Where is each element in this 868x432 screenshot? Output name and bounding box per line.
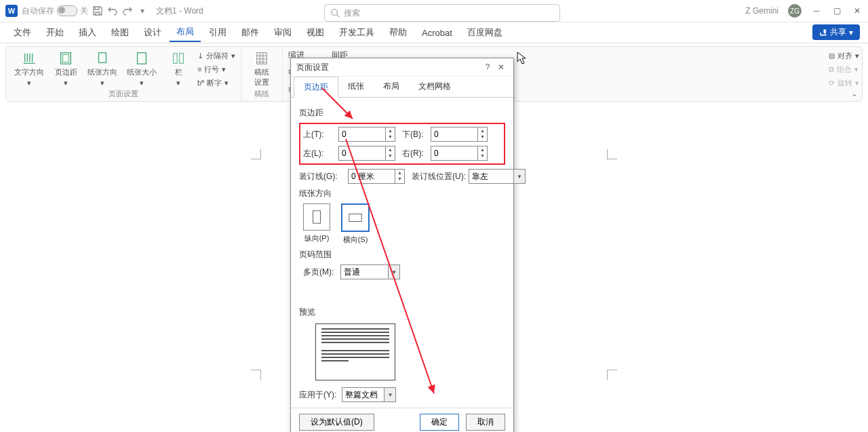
spinner-up-icon[interactable]: ▲ — [386, 146, 395, 153]
multi-pages-field[interactable] — [341, 265, 388, 279]
set-default-button[interactable]: 设为默认值(D) — [299, 414, 374, 431]
spinner-down-icon[interactable]: ▼ — [386, 134, 395, 140]
autosave-toggle[interactable]: 自动保存 关 — [22, 5, 88, 17]
chevron-down-icon: ▾ — [140, 79, 144, 87]
spinner-down-icon[interactable]: ▼ — [478, 134, 487, 140]
user-name[interactable]: Z Gemini — [745, 6, 778, 16]
tab-developer[interactable]: 开发工具 — [332, 24, 381, 41]
size-button[interactable]: 纸张大小▾ — [124, 50, 159, 89]
chevron-down-icon[interactable]: ▼ — [388, 265, 399, 279]
margin-top-field[interactable] — [339, 127, 385, 141]
cancel-button[interactable]: 取消 — [466, 414, 505, 431]
line-numbers-icon: ≡ — [197, 65, 201, 73]
dialog-tab-paper[interactable]: 纸张 — [338, 77, 374, 97]
margin-top-label: 上(T): — [303, 129, 338, 140]
line-numbers-button[interactable]: ≡行号▾ — [197, 63, 235, 75]
spinner-up-icon[interactable]: ▲ — [386, 127, 395, 134]
margins-button[interactable]: 页边距▾ — [51, 50, 81, 89]
tab-review[interactable]: 审阅 — [267, 24, 298, 41]
dialog-tab-grid[interactable]: 文档网格 — [409, 77, 460, 97]
page-corner-icon — [607, 149, 617, 159]
margin-left-input[interactable]: ▲▼ — [338, 146, 395, 161]
dialog-title-bar[interactable]: 页面设置 ? ✕ — [291, 58, 513, 77]
tab-home[interactable]: 开始 — [39, 24, 71, 41]
chevron-down-icon[interactable]: ▼ — [384, 388, 395, 401]
spinner-down-icon[interactable]: ▼ — [478, 153, 487, 159]
undo-icon[interactable] — [107, 5, 118, 16]
chevron-down-icon[interactable]: ▼ — [513, 170, 525, 183]
portrait-label: 纵向(P) — [304, 233, 330, 243]
margin-left-field[interactable] — [339, 146, 385, 160]
margin-right-field[interactable] — [431, 146, 477, 160]
tab-layout[interactable]: 布局 — [170, 23, 201, 42]
help-icon[interactable]: ? — [481, 62, 494, 72]
dialog-tab-margins[interactable]: 页边距 — [294, 77, 338, 98]
close-icon[interactable]: ✕ — [494, 62, 508, 72]
margin-bottom-input[interactable]: ▲▼ — [431, 127, 488, 142]
share-icon — [819, 28, 827, 37]
ok-button[interactable]: 确定 — [420, 414, 459, 431]
search-input[interactable]: 搜索 — [324, 4, 560, 22]
close-icon[interactable]: ✕ — [852, 5, 863, 16]
tab-design[interactable]: 设计 — [137, 24, 168, 41]
page-corner-icon — [251, 149, 261, 159]
spinner-down-icon[interactable]: ▼ — [395, 176, 404, 182]
qat-customize-icon[interactable]: ▾ — [137, 5, 148, 16]
collapse-ribbon-icon[interactable]: ⌄ — [851, 89, 858, 98]
tab-mailings[interactable]: 邮件 — [235, 24, 266, 41]
tab-acrobat[interactable]: Acrobat — [415, 25, 459, 41]
chevron-down-icon: ▾ — [64, 79, 68, 87]
group-button[interactable]: ⧉组合▾ — [829, 63, 859, 75]
margin-bottom-field[interactable] — [431, 127, 477, 141]
hyphenation-label: 断字 — [207, 78, 222, 88]
manuscript-settings-button[interactable]: 稿纸 设置 — [247, 50, 277, 89]
share-button[interactable]: 共享 ▾ — [812, 24, 860, 40]
spinner-up-icon[interactable]: ▲ — [395, 170, 404, 176]
apply-to-combo[interactable]: ▼ — [342, 387, 396, 402]
chevron-down-icon: ▾ — [849, 28, 853, 37]
landscape-option[interactable]: 横向(S) — [341, 203, 370, 245]
orientation-button[interactable]: 纸张方向▾ — [85, 50, 120, 89]
minimize-icon[interactable]: ─ — [811, 5, 822, 16]
margin-top-input[interactable]: ▲▼ — [338, 127, 395, 142]
page-setup-group-label: 页面设置 — [108, 89, 138, 99]
align-button[interactable]: ⊟对齐▾ — [829, 50, 859, 62]
tab-insert[interactable]: 插入 — [72, 24, 103, 41]
apply-to-field[interactable] — [342, 388, 384, 401]
breaks-button[interactable]: ⤓分隔符▾ — [197, 50, 235, 62]
size-label: 纸张大小 — [127, 67, 157, 77]
text-direction-button[interactable]: 文字方向▾ — [12, 50, 47, 89]
tab-references[interactable]: 引用 — [202, 24, 233, 41]
gutter-pos-field[interactable] — [469, 170, 513, 183]
spinner-up-icon[interactable]: ▲ — [478, 127, 487, 134]
line-numbers-label: 行号 — [204, 64, 219, 75]
portrait-option[interactable]: 纵向(P) — [303, 203, 330, 245]
gutter-field[interactable] — [349, 170, 395, 183]
chevron-down-icon: ▾ — [224, 79, 229, 87]
hyphenation-button[interactable]: bª断字▾ — [197, 77, 235, 89]
rotate-button[interactable]: ⟳旋转▾ — [829, 77, 859, 89]
spinner-up-icon[interactable]: ▲ — [478, 146, 487, 153]
dialog-tab-layout[interactable]: 布局 — [374, 77, 409, 97]
page-setup-dialog: 页面设置 ? ✕ 页边距 纸张 布局 文档网格 页边距 上(T): ▲▼ 下(B… — [290, 58, 514, 432]
tab-baidu[interactable]: 百度网盘 — [460, 24, 509, 41]
columns-button[interactable]: 栏▾ — [163, 50, 193, 89]
redo-icon[interactable] — [122, 5, 133, 16]
save-icon[interactable] — [92, 5, 103, 16]
gutter-pos-combo[interactable]: ▼ — [469, 169, 526, 184]
tab-draw[interactable]: 绘图 — [104, 24, 136, 41]
gutter-input[interactable]: ▲▼ — [348, 169, 405, 184]
multi-pages-combo[interactable]: ▼ — [340, 264, 400, 279]
chevron-down-icon: ▾ — [231, 52, 235, 60]
dialog-tabs: 页边距 纸张 布局 文档网格 — [291, 77, 513, 98]
tab-view[interactable]: 视图 — [300, 24, 331, 41]
tab-file[interactable]: 文件 — [7, 24, 38, 41]
maximize-icon[interactable]: ▢ — [831, 5, 842, 16]
hyphenation-icon: bª — [197, 79, 204, 87]
spinner-down-icon[interactable]: ▼ — [386, 153, 395, 159]
user-avatar[interactable]: ZG — [788, 4, 802, 18]
group-page-setup: 文字方向▾ 页边距▾ 纸张方向▾ 纸张大小▾ 栏▾ ⤓分隔符▾ ≡行号▾ bª断… — [6, 47, 241, 101]
tab-help[interactable]: 帮助 — [382, 24, 414, 41]
chevron-down-icon: ▾ — [854, 65, 859, 74]
margin-right-input[interactable]: ▲▼ — [431, 146, 488, 161]
